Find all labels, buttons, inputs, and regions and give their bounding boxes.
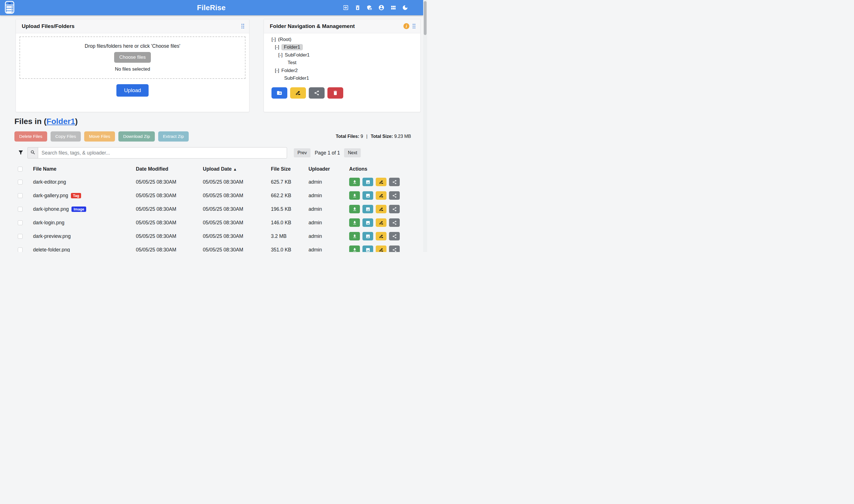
- rename-file-button[interactable]: [376, 178, 386, 186]
- edit-icon: [379, 207, 384, 212]
- rename-file-button[interactable]: [376, 205, 386, 213]
- share-folder-button[interactable]: [309, 87, 325, 98]
- drag-handle-icon[interactable]: [412, 23, 416, 29]
- preview-image-button[interactable]: [362, 191, 373, 200]
- column-header[interactable]: File Name: [33, 166, 136, 172]
- tree-item[interactable]: [-](Root): [272, 36, 420, 43]
- share-file-button[interactable]: [389, 246, 400, 252]
- file-name[interactable]: dark-preview.png: [33, 233, 71, 239]
- file-name[interactable]: delete-folder.png: [33, 247, 70, 252]
- download-file-button[interactable]: [349, 246, 360, 252]
- tree-item-label[interactable]: Folder1: [281, 44, 303, 50]
- scrollbar-thumb[interactable]: [424, 1, 426, 35]
- preview-image-button[interactable]: [362, 232, 373, 240]
- rename-folder-button[interactable]: [290, 87, 306, 98]
- select-all-checkbox[interactable]: [18, 167, 23, 172]
- move-files-button[interactable]: Move Files: [84, 131, 115, 142]
- file-name[interactable]: dark-login.png: [33, 220, 65, 226]
- row-checkbox[interactable]: [18, 180, 23, 184]
- folder-tree: [-](Root)[-]Folder1[-]SubFolder1Test[-]F…: [264, 33, 420, 82]
- share-file-button[interactable]: [389, 218, 400, 227]
- row-checkbox[interactable]: [18, 207, 23, 212]
- tree-item[interactable]: [-]Folder2: [275, 67, 420, 75]
- download-file-button[interactable]: [349, 178, 360, 186]
- image-icon: [366, 248, 370, 252]
- choose-files-button[interactable]: Choose files: [114, 52, 151, 63]
- rename-file-button[interactable]: [376, 191, 386, 200]
- pagination: Prev Page 1 of 1 Next: [294, 148, 361, 157]
- edit-icon: [379, 234, 384, 239]
- row-checkbox[interactable]: [18, 220, 23, 225]
- download-file-button[interactable]: [349, 191, 360, 200]
- admin-shield-icon: [366, 4, 373, 11]
- tree-item-label[interactable]: SubFolder1: [285, 52, 310, 58]
- copy-files-button[interactable]: Copy Files: [51, 131, 81, 142]
- filter-button[interactable]: [18, 149, 24, 156]
- preview-image-button[interactable]: [362, 218, 373, 227]
- download-icon: [352, 180, 357, 184]
- drag-handle-icon[interactable]: [241, 23, 245, 29]
- folder-card-title: Folder Navigation & Management: [270, 23, 355, 30]
- extract-zip-button[interactable]: Extract Zip: [158, 131, 189, 142]
- column-header[interactable]: File Size: [271, 166, 308, 172]
- upload-button[interactable]: Upload: [116, 84, 149, 96]
- current-folder-link[interactable]: Folder1: [47, 117, 75, 126]
- dark-mode-toggle[interactable]: [402, 4, 408, 11]
- delete-folder-button[interactable]: [327, 87, 343, 98]
- tree-item[interactable]: SubFolder1: [284, 75, 420, 83]
- logout-button[interactable]: [342, 4, 349, 11]
- tree-toggle[interactable]: [-]: [275, 44, 279, 50]
- share-file-button[interactable]: [389, 178, 400, 186]
- menu-button[interactable]: [5, 1, 14, 14]
- row-checkbox[interactable]: [18, 234, 23, 239]
- tree-item-label[interactable]: Test: [288, 60, 296, 66]
- download-zip-button[interactable]: Download Zip: [119, 131, 155, 142]
- preview-image-button[interactable]: [362, 205, 373, 213]
- scrollbar[interactable]: [423, 0, 427, 252]
- view-grid-button[interactable]: [390, 4, 397, 11]
- trash-restore-button[interactable]: [354, 4, 361, 11]
- column-header[interactable]: Uploader: [308, 166, 349, 172]
- download-file-button[interactable]: [349, 232, 360, 240]
- share-file-button[interactable]: [389, 232, 400, 240]
- file-name[interactable]: dark-gallery.png: [33, 193, 68, 199]
- next-page-button[interactable]: Next: [344, 148, 361, 157]
- row-checkbox[interactable]: [18, 193, 23, 198]
- rename-file-button[interactable]: [376, 218, 386, 227]
- search-input[interactable]: [38, 147, 287, 159]
- share-file-button[interactable]: [389, 205, 400, 213]
- download-file-button[interactable]: [349, 205, 360, 213]
- admin-panel-button[interactable]: [366, 4, 373, 11]
- file-name[interactable]: dark-editor.png: [33, 179, 66, 185]
- tree-item-label[interactable]: (Root): [278, 37, 291, 42]
- tree-item-label[interactable]: Folder2: [281, 68, 298, 73]
- date-modified: 05/05/25 08:30AM: [136, 179, 203, 185]
- prev-page-button[interactable]: Prev: [294, 148, 310, 157]
- preview-image-button[interactable]: [362, 246, 373, 252]
- no-files-text: No files selected: [115, 66, 150, 72]
- tree-toggle[interactable]: [-]: [275, 68, 279, 73]
- download-icon: [352, 207, 357, 212]
- tree-item-label[interactable]: SubFolder1: [284, 75, 309, 81]
- tree-item[interactable]: [-]Folder1: [275, 43, 420, 51]
- rename-file-button[interactable]: [376, 232, 386, 240]
- upload-card-title: Upload Files/Folders: [22, 23, 75, 30]
- rename-file-button[interactable]: [376, 246, 386, 252]
- tree-toggle[interactable]: [-]: [272, 37, 276, 42]
- profile-button[interactable]: [378, 4, 385, 11]
- info-icon[interactable]: i: [403, 23, 410, 29]
- row-checkbox[interactable]: [18, 248, 23, 252]
- delete-files-button[interactable]: Delete Files: [14, 131, 47, 142]
- upload-dropzone[interactable]: Drop files/folders here or click 'Choose…: [19, 36, 246, 79]
- tree-item[interactable]: [-]SubFolder1: [278, 51, 420, 59]
- file-name[interactable]: dark-iphone.png: [33, 206, 69, 212]
- preview-image-button[interactable]: [362, 178, 373, 186]
- download-file-button[interactable]: [349, 218, 360, 227]
- tree-item[interactable]: Test: [288, 59, 420, 67]
- column-header[interactable]: Date Modified: [136, 166, 203, 172]
- tree-toggle[interactable]: [-]: [278, 52, 283, 58]
- share-file-button[interactable]: [389, 191, 400, 200]
- column-header[interactable]: Actions: [349, 166, 411, 172]
- create-folder-button[interactable]: [272, 87, 287, 98]
- column-header[interactable]: Upload Date ▲: [203, 166, 271, 172]
